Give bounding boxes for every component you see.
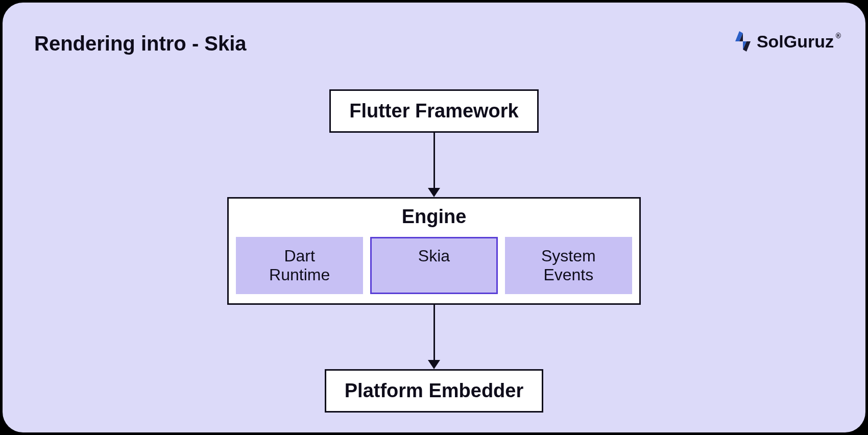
arrow-down-icon xyxy=(428,305,440,369)
brand-logo: SolGuruz® xyxy=(733,29,834,54)
engine-items: Dart Runtime Skia System Events xyxy=(236,237,632,294)
logo-text: SolGuruz® xyxy=(757,32,834,52)
engine-item-dart-runtime: Dart Runtime xyxy=(236,237,363,294)
logo-registered: ® xyxy=(836,32,841,40)
engine-box: Engine Dart Runtime Skia System Events xyxy=(227,197,641,305)
logo-icon xyxy=(733,29,753,54)
diagram-canvas: Rendering intro - Skia SolGuruz® Flutter… xyxy=(3,3,865,432)
page-title: Rendering intro - Skia xyxy=(34,32,247,55)
flutter-framework-box: Flutter Framework xyxy=(329,89,539,133)
architecture-diagram: Flutter Framework Engine Dart Runtime Sk… xyxy=(3,89,865,413)
engine-title: Engine xyxy=(236,206,632,228)
logo-brand: SolGuruz xyxy=(757,32,834,51)
arrow-down-icon xyxy=(428,133,440,197)
platform-embedder-box: Platform Embedder xyxy=(325,369,544,413)
engine-item-skia: Skia xyxy=(370,237,497,294)
engine-item-system-events: System Events xyxy=(505,237,632,294)
